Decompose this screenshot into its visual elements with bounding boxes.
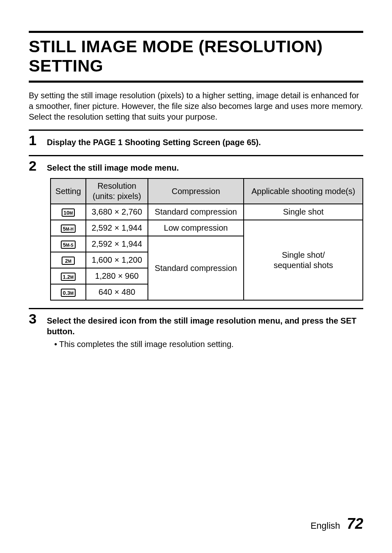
modes-cell: Single shot <box>244 204 363 220</box>
col-header-modes: Applicable shooting mode(s) <box>244 178 363 204</box>
table-row: 5M-H 2,592 × 1,944 Low compression Singl… <box>51 220 363 236</box>
step-2: 2 Select the still image mode menu. Sett… <box>29 156 363 308</box>
resolution-cell: 3,680 × 2,760 <box>86 204 148 220</box>
resolution-cell: 1,280 × 960 <box>86 268 148 284</box>
intro-paragraph: By setting the still image resolution (p… <box>29 90 363 122</box>
step-1-heading: Display the PAGE 1 Shooting Setting Scre… <box>47 137 363 148</box>
col-header-compression: Compression <box>148 178 244 204</box>
resolution-cell: 640 × 480 <box>86 284 148 300</box>
resolution-cell: 2,592 × 1,944 <box>86 220 148 236</box>
mode-icon-5ms: 5M-S <box>61 241 76 249</box>
modes-cell: Single shot/ sequential shots <box>244 220 363 300</box>
compression-cell: Standard compression <box>148 204 244 220</box>
step-number-3: 3 <box>29 309 47 326</box>
step-2-heading: Select the still image mode menu. <box>47 162 363 173</box>
compression-cell: Low compression <box>148 220 244 236</box>
mode-icon-5mh: 5M-H <box>61 224 76 233</box>
mode-icon-03m: 0.3M <box>61 289 76 297</box>
mode-icon-12m: 1.2M <box>61 273 76 281</box>
resolution-cell: 1,600 × 1,200 <box>86 252 148 268</box>
page-footer: English 72 <box>311 515 363 532</box>
resolution-table: Setting Resolution (units: pixels) Compr… <box>50 178 363 301</box>
compression-cell: Standard compression <box>148 236 244 300</box>
setting-icon-cell: 5M-S <box>51 236 86 252</box>
footer-language: English <box>311 521 340 531</box>
setting-icon-cell: 1.2M <box>51 268 86 284</box>
step-3-sub: This completes the still image resolutio… <box>54 339 363 349</box>
step-number-2: 2 <box>29 156 47 173</box>
mode-icon-2m: 2M <box>62 257 75 265</box>
col-header-setting: Setting <box>51 178 86 204</box>
setting-icon-cell: 5M-H <box>51 220 86 236</box>
setting-icon-cell: 2M <box>51 252 86 268</box>
footer-page-number: 72 <box>347 515 363 532</box>
step-3-heading: Select the desired icon from the still i… <box>47 315 363 337</box>
step-number-1: 1 <box>29 131 47 147</box>
step-1: 1 Display the PAGE 1 Shooting Setting Sc… <box>29 131 363 155</box>
step-3: 3 Select the desired icon from the still… <box>29 309 363 357</box>
table-row: 10M 3,680 × 2,760 Standard compression S… <box>51 204 363 220</box>
setting-icon-cell: 0.3M <box>51 284 86 300</box>
setting-icon-cell: 10M <box>51 204 86 220</box>
mode-icon-10m: 10M <box>62 208 75 217</box>
resolution-cell: 2,592 × 1,944 <box>86 236 148 252</box>
page-title: STILL IMAGE MODE (RESOLUTION) SETTING <box>29 31 363 83</box>
col-header-resolution: Resolution (units: pixels) <box>86 178 148 204</box>
